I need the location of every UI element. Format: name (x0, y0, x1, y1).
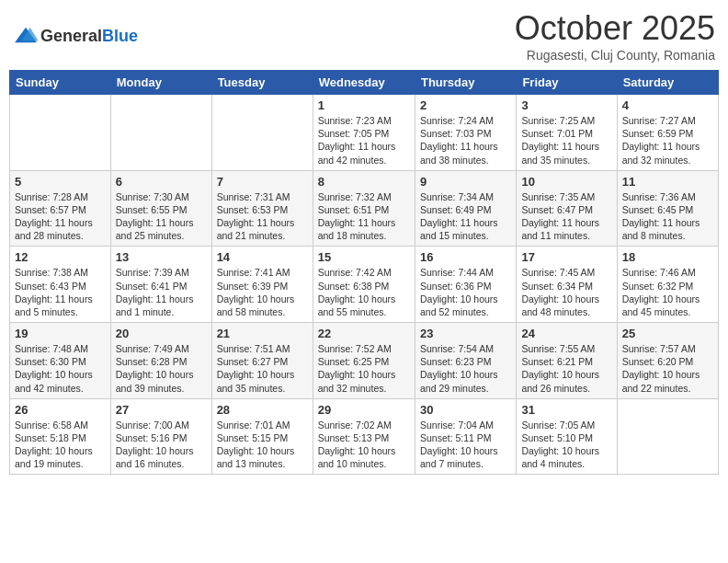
calendar-cell: 28Sunrise: 7:01 AM Sunset: 5:15 PM Dayli… (211, 398, 313, 475)
day-info: Sunrise: 7:44 AM Sunset: 6:36 PM Dayligh… (420, 266, 511, 318)
weekday-header-tuesday: Tuesday (211, 71, 313, 95)
weekday-header-wednesday: Wednesday (313, 71, 415, 95)
day-number: 15 (318, 250, 410, 264)
calendar-cell: 14Sunrise: 7:41 AM Sunset: 6:39 PM Dayli… (211, 247, 313, 323)
day-info: Sunrise: 7:46 AM Sunset: 6:32 PM Dayligh… (622, 266, 713, 318)
calendar-cell: 27Sunrise: 7:00 AM Sunset: 5:16 PM Dayli… (110, 398, 211, 475)
calendar-week-4: 19Sunrise: 7:48 AM Sunset: 6:30 PM Dayli… (10, 323, 719, 399)
day-info: Sunrise: 7:35 AM Sunset: 6:47 PM Dayligh… (521, 190, 611, 243)
calendar-table: SundayMondayTuesdayWednesdayThursdayFrid… (9, 70, 719, 475)
calendar-cell (110, 95, 211, 171)
day-number: 17 (521, 250, 611, 264)
day-number: 23 (420, 327, 511, 340)
day-number: 22 (318, 327, 410, 340)
day-number: 16 (420, 250, 511, 264)
day-info: Sunrise: 7:31 AM Sunset: 6:53 PM Dayligh… (217, 190, 308, 243)
day-number: 28 (217, 403, 308, 417)
calendar-cell: 24Sunrise: 7:55 AM Sunset: 6:21 PM Dayli… (517, 323, 617, 399)
day-info: Sunrise: 6:58 AM Sunset: 5:18 PM Dayligh… (15, 419, 106, 471)
day-info: Sunrise: 7:45 AM Sunset: 6:34 PM Dayligh… (521, 266, 611, 318)
day-number: 5 (15, 175, 106, 189)
day-number: 8 (318, 175, 410, 189)
day-number: 6 (116, 175, 207, 189)
calendar-cell: 3Sunrise: 7:25 AM Sunset: 7:01 PM Daylig… (517, 95, 617, 171)
calendar-cell: 8Sunrise: 7:32 AM Sunset: 6:51 PM Daylig… (313, 170, 415, 247)
day-number: 26 (15, 403, 106, 417)
day-number: 19 (15, 327, 106, 340)
calendar-cell: 10Sunrise: 7:35 AM Sunset: 6:47 PM Dayli… (517, 170, 617, 247)
day-number: 4 (622, 98, 713, 112)
day-number: 27 (116, 403, 207, 417)
day-info: Sunrise: 7:24 AM Sunset: 7:03 PM Dayligh… (420, 114, 511, 167)
day-number: 11 (622, 175, 713, 189)
calendar-cell: 15Sunrise: 7:42 AM Sunset: 6:38 PM Dayli… (313, 247, 415, 323)
day-number: 24 (521, 327, 611, 340)
day-info: Sunrise: 7:05 AM Sunset: 5:10 PM Dayligh… (521, 419, 611, 471)
location: Rugasesti, Cluj County, Romania (515, 48, 715, 63)
logo-icon (13, 26, 39, 46)
calendar-week-2: 5Sunrise: 7:28 AM Sunset: 6:57 PM Daylig… (10, 170, 719, 247)
logo-general: General (40, 27, 102, 45)
calendar-cell: 4Sunrise: 7:27 AM Sunset: 6:59 PM Daylig… (617, 95, 718, 171)
day-info: Sunrise: 7:41 AM Sunset: 6:39 PM Dayligh… (217, 266, 308, 318)
weekday-header-monday: Monday (110, 71, 211, 95)
day-info: Sunrise: 7:00 AM Sunset: 5:16 PM Dayligh… (116, 419, 207, 471)
calendar-cell: 29Sunrise: 7:02 AM Sunset: 5:13 PM Dayli… (313, 398, 415, 475)
calendar-cell: 1Sunrise: 7:23 AM Sunset: 7:05 PM Daylig… (313, 95, 415, 171)
day-number: 2 (420, 98, 511, 112)
day-number: 18 (622, 250, 713, 264)
day-number: 12 (15, 250, 106, 264)
day-number: 13 (116, 250, 207, 264)
day-info: Sunrise: 7:25 AM Sunset: 7:01 PM Dayligh… (521, 114, 611, 167)
day-info: Sunrise: 7:28 AM Sunset: 6:57 PM Dayligh… (15, 190, 106, 243)
day-info: Sunrise: 7:30 AM Sunset: 6:55 PM Dayligh… (116, 190, 207, 243)
weekday-header-saturday: Saturday (617, 71, 718, 95)
day-info: Sunrise: 7:55 AM Sunset: 6:21 PM Dayligh… (521, 342, 611, 395)
calendar-cell: 26Sunrise: 6:58 AM Sunset: 5:18 PM Dayli… (10, 398, 111, 475)
day-info: Sunrise: 7:36 AM Sunset: 6:45 PM Dayligh… (622, 190, 713, 243)
calendar-cell (617, 398, 718, 475)
calendar-week-1: 1Sunrise: 7:23 AM Sunset: 7:05 PM Daylig… (10, 95, 719, 171)
weekday-header-thursday: Thursday (415, 71, 516, 95)
day-info: Sunrise: 7:23 AM Sunset: 7:05 PM Dayligh… (318, 114, 410, 167)
calendar-cell: 31Sunrise: 7:05 AM Sunset: 5:10 PM Dayli… (517, 398, 617, 475)
day-info: Sunrise: 7:01 AM Sunset: 5:15 PM Dayligh… (217, 419, 308, 471)
day-info: Sunrise: 7:32 AM Sunset: 6:51 PM Dayligh… (318, 190, 410, 243)
day-number: 21 (217, 327, 308, 340)
month-title: October 2025 (515, 9, 715, 48)
calendar-cell: 18Sunrise: 7:46 AM Sunset: 6:32 PM Dayli… (617, 247, 718, 323)
calendar-cell: 19Sunrise: 7:48 AM Sunset: 6:30 PM Dayli… (10, 323, 111, 399)
day-info: Sunrise: 7:42 AM Sunset: 6:38 PM Dayligh… (318, 266, 410, 318)
calendar-cell: 22Sunrise: 7:52 AM Sunset: 6:25 PM Dayli… (313, 323, 415, 399)
day-info: Sunrise: 7:34 AM Sunset: 6:49 PM Dayligh… (420, 190, 511, 243)
day-info: Sunrise: 7:39 AM Sunset: 6:41 PM Dayligh… (116, 266, 207, 318)
calendar-cell: 2Sunrise: 7:24 AM Sunset: 7:03 PM Daylig… (415, 95, 516, 171)
day-number: 3 (521, 98, 611, 112)
calendar-cell: 13Sunrise: 7:39 AM Sunset: 6:41 PM Dayli… (110, 247, 211, 323)
calendar-cell: 12Sunrise: 7:38 AM Sunset: 6:43 PM Dayli… (10, 247, 111, 323)
day-number: 9 (420, 175, 511, 189)
day-info: Sunrise: 7:54 AM Sunset: 6:23 PM Dayligh… (420, 342, 511, 395)
day-number: 7 (217, 175, 308, 189)
calendar-cell: 6Sunrise: 7:30 AM Sunset: 6:55 PM Daylig… (110, 170, 211, 247)
day-info: Sunrise: 7:04 AM Sunset: 5:11 PM Dayligh… (420, 419, 511, 471)
calendar-cell: 23Sunrise: 7:54 AM Sunset: 6:23 PM Dayli… (415, 323, 516, 399)
day-number: 20 (116, 327, 207, 340)
calendar-cell: 30Sunrise: 7:04 AM Sunset: 5:11 PM Dayli… (415, 398, 516, 475)
day-number: 14 (217, 250, 308, 264)
logo: GeneralBlue (13, 26, 138, 46)
calendar-cell (211, 95, 313, 171)
day-number: 1 (318, 98, 410, 112)
calendar-cell: 20Sunrise: 7:49 AM Sunset: 6:28 PM Dayli… (110, 323, 211, 399)
calendar-week-5: 26Sunrise: 6:58 AM Sunset: 5:18 PM Dayli… (10, 398, 719, 475)
day-number: 10 (521, 175, 611, 189)
calendar-cell: 17Sunrise: 7:45 AM Sunset: 6:34 PM Dayli… (517, 247, 617, 323)
calendar-cell: 7Sunrise: 7:31 AM Sunset: 6:53 PM Daylig… (211, 170, 313, 247)
day-info: Sunrise: 7:51 AM Sunset: 6:27 PM Dayligh… (217, 342, 308, 395)
calendar-cell (10, 95, 111, 171)
day-info: Sunrise: 7:27 AM Sunset: 6:59 PM Dayligh… (622, 114, 713, 167)
day-number: 31 (521, 403, 611, 417)
page-header: GeneralBlue October 2025 Rugasesti, Cluj… (9, 9, 719, 63)
day-number: 30 (420, 403, 511, 417)
day-info: Sunrise: 7:48 AM Sunset: 6:30 PM Dayligh… (15, 342, 106, 395)
